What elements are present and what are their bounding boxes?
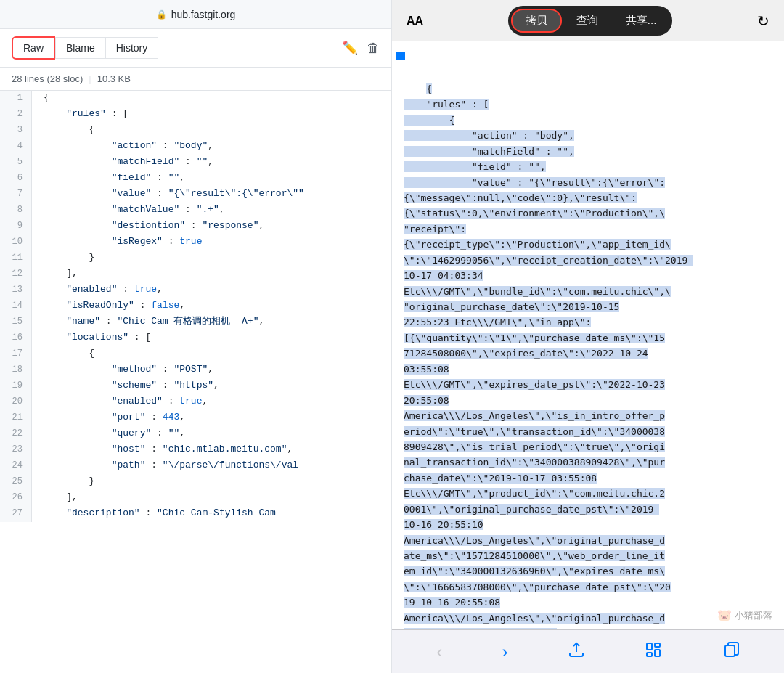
- code-line: 23 "host" : "chic.mtlab.meitu.com",: [0, 442, 391, 458]
- copy-button[interactable]: 拷贝: [511, 9, 562, 33]
- code-line: 4 "action" : "body",: [0, 139, 391, 155]
- tab-history[interactable]: History: [105, 37, 159, 59]
- svg-rect-0: [647, 643, 652, 650]
- code-line: 21 "port" : 443,: [0, 410, 391, 426]
- code-line: 3 {: [0, 123, 391, 139]
- code-line: 14 "isReadOnly" : false,: [0, 298, 391, 314]
- code-line: 13 "enabled" : true,: [0, 282, 391, 298]
- right-content-area: { "rules" : [ { "action" : "body", "matc…: [392, 41, 784, 629]
- svg-rect-2: [655, 650, 660, 656]
- tabs-button[interactable]: [711, 635, 751, 669]
- right-toolbar-row: AA 拷贝 查询 共享... ↻: [392, 0, 784, 41]
- font-size-button[interactable]: AA: [401, 12, 429, 30]
- selected-json-text: { "rules" : [ { "action" : "body", "matc…: [404, 83, 693, 629]
- pig-emoji: 🐷: [717, 608, 732, 622]
- code-line: 24 "path" : "\/parse\/functions\/val: [0, 458, 391, 474]
- bookmarks-button[interactable]: [633, 635, 674, 669]
- browser-share-button[interactable]: [556, 635, 597, 669]
- code-line: 20 "enabled" : true,: [0, 394, 391, 410]
- code-line: 25 }: [0, 474, 391, 490]
- code-line: 19 "scheme" : "https",: [0, 378, 391, 394]
- watermark-text: 小猪部落: [735, 609, 772, 622]
- bottom-nav: ‹ ›: [392, 629, 784, 673]
- code-line: 7 "value" : "{\"result\":{\"error\"": [0, 187, 391, 203]
- forward-button[interactable]: ›: [491, 636, 520, 668]
- code-line: 5 "matchField" : "",: [0, 155, 391, 171]
- code-line: 17 {: [0, 346, 391, 362]
- code-line: 11 }: [0, 250, 391, 266]
- code-line: 22 "query" : "",: [0, 426, 391, 442]
- delete-icon[interactable]: 🗑: [367, 41, 380, 56]
- svg-rect-1: [655, 643, 660, 647]
- file-size: 10.3 KB: [97, 73, 131, 84]
- file-info: 28 lines (28 sloc) | 10.3 KB: [0, 68, 391, 91]
- code-line: 2 "rules" : [: [0, 107, 391, 123]
- code-line: 1 {: [0, 91, 391, 107]
- tab-bar: Raw Blame History ✏️ 🗑: [0, 29, 391, 68]
- watermark: 🐷 小猪部落: [717, 608, 772, 622]
- code-line: 9 "destiontion" : "response",: [0, 219, 391, 234]
- edit-icon[interactable]: ✏️: [342, 40, 358, 56]
- back-button[interactable]: ‹: [425, 636, 454, 668]
- code-line: 12 ],: [0, 266, 391, 282]
- code-line: 18 "method" : "POST",: [0, 362, 391, 378]
- code-line: 10 "isRegex" : true: [0, 234, 391, 250]
- svg-rect-3: [647, 653, 652, 656]
- code-line: 26 ],: [0, 490, 391, 506]
- toolbar-pill: 拷贝 查询 共享...: [508, 6, 673, 36]
- tab-actions: ✏️ 🗑: [342, 40, 380, 56]
- code-line: 16 "locations" : [: [0, 330, 391, 346]
- tab-raw[interactable]: Raw: [12, 36, 55, 60]
- tab-blame[interactable]: Blame: [55, 37, 105, 59]
- address-bar: 🔒 hub.fastgit.org: [0, 0, 391, 29]
- file-lines: 28 lines (28 sloc): [12, 73, 83, 84]
- url-text: hub.fastgit.org: [171, 9, 236, 20]
- refresh-button[interactable]: ↻: [751, 9, 775, 33]
- lock-icon: 🔒: [156, 9, 167, 20]
- code-area: 1 { 2 "rules" : [ 3 { 4 "action" : "body…: [0, 91, 391, 673]
- svg-rect-4: [725, 645, 735, 656]
- left-panel: 🔒 hub.fastgit.org Raw Blame History ✏️ 🗑…: [0, 0, 392, 673]
- share-button[interactable]: 共享...: [613, 10, 670, 31]
- code-line: 15 "name" : "Chic Cam 有格调的相机 A+",: [0, 314, 391, 330]
- query-button[interactable]: 查询: [563, 10, 611, 31]
- code-line: 27 "description" : "Chic Cam-Stylish Cam: [0, 506, 391, 522]
- code-line: 8 "matchValue" : ".+",: [0, 203, 391, 219]
- selection-handle: [396, 52, 405, 60]
- code-line: 6 "field" : "",: [0, 171, 391, 187]
- right-panel: AA 拷贝 查询 共享... ↻ { "rules" : [ { "action…: [392, 0, 784, 673]
- separator: |: [89, 73, 91, 84]
